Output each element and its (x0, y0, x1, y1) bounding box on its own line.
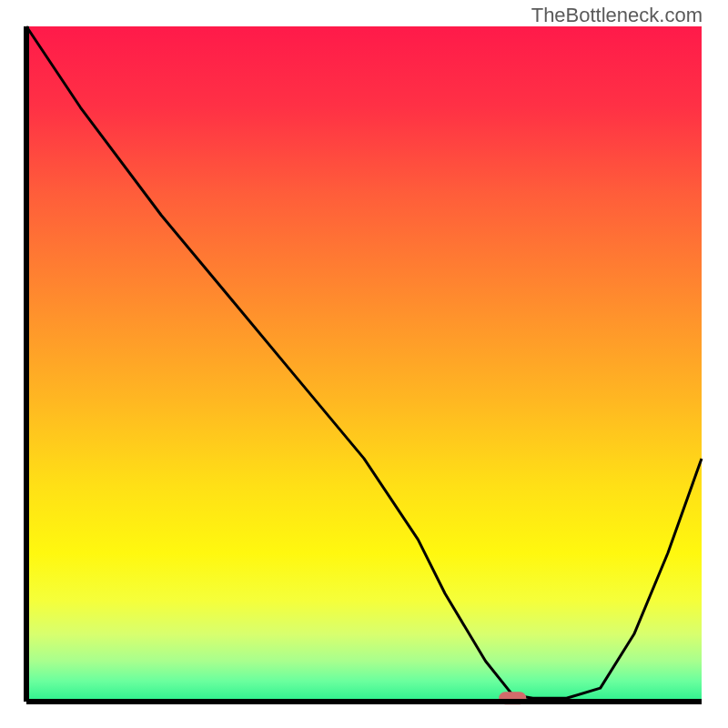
gradient-background (26, 26, 702, 702)
chart-area (23, 23, 705, 705)
watermark-text: TheBottleneck.com (531, 4, 703, 27)
chart-svg (23, 23, 705, 705)
